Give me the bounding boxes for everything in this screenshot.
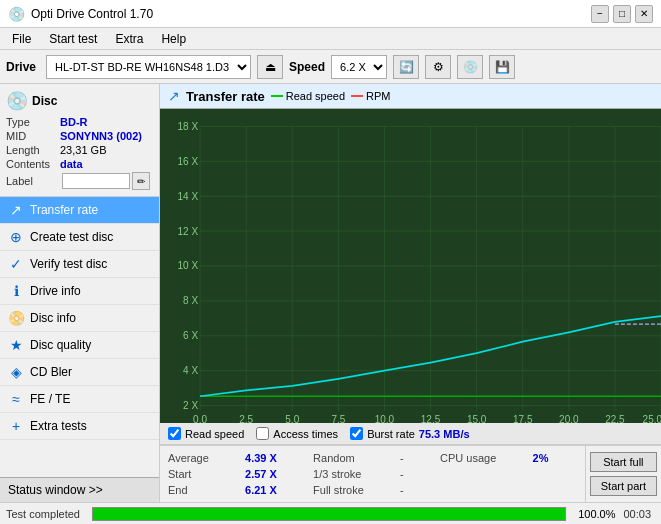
svg-text:16 X: 16 X — [177, 154, 198, 167]
legend-rpm-label: RPM — [366, 90, 390, 102]
speed-label: Speed — [289, 60, 325, 74]
full-stroke-label: Full stroke — [311, 482, 392, 498]
fe-te-icon: ≈ — [8, 391, 24, 407]
save-button[interactable]: 💾 — [489, 55, 515, 79]
maximize-button[interactable]: □ — [613, 5, 631, 23]
read-speed-checkbox[interactable]: Read speed — [168, 427, 244, 440]
svg-text:2 X: 2 X — [183, 398, 198, 411]
burst-rate-checkbox[interactable]: Burst rate 75.3 MB/s — [350, 427, 469, 440]
start-part-button[interactable]: Start part — [590, 476, 657, 496]
empty-stat — [438, 472, 525, 476]
create-test-disc-icon: ⊕ — [8, 229, 24, 245]
random-value: - — [396, 450, 434, 466]
eject-button[interactable]: ⏏ — [257, 55, 283, 79]
average-value: 4.39 X — [241, 450, 307, 466]
content-area: ↗ Transfer rate Read speed RPM — [160, 84, 661, 502]
menu-bar: File Start test Extra Help — [0, 28, 661, 50]
disc-label-edit-button[interactable]: ✏ — [132, 172, 150, 190]
media-button[interactable]: 💿 — [457, 55, 483, 79]
access-times-check-label: Access times — [273, 428, 338, 440]
burst-rate-value: 75.3 MB/s — [419, 428, 470, 440]
verify-test-disc-icon: ✓ — [8, 256, 24, 272]
progress-bar-fill — [93, 508, 565, 520]
disc-contents-value: data — [60, 158, 83, 170]
end-value: 6.21 X — [241, 482, 307, 498]
menu-help[interactable]: Help — [153, 30, 194, 48]
disc-contents-key: Contents — [6, 158, 60, 170]
nav-drive-info[interactable]: ℹ Drive info — [0, 278, 159, 305]
end-label: End — [166, 482, 237, 498]
speed-select[interactable]: 6.2 X — [331, 55, 387, 79]
disc-info-icon: 📀 — [8, 310, 24, 326]
progress-percent: 100.0% — [578, 508, 615, 520]
action-buttons: Start full Start part — [585, 446, 661, 502]
empty-stat2 — [438, 488, 525, 492]
nav-create-test-disc[interactable]: ⊕ Create test disc — [0, 224, 159, 251]
disc-label-key: Label — [6, 175, 60, 187]
svg-text:7.5: 7.5 — [331, 412, 345, 423]
nav-fe-te[interactable]: ≈ FE / TE — [0, 386, 159, 413]
minimize-button[interactable]: − — [591, 5, 609, 23]
nav-verify-test-disc-label: Verify test disc — [30, 257, 107, 271]
svg-text:8 X: 8 X — [183, 294, 198, 307]
disc-mid-key: MID — [6, 130, 60, 142]
status-window-button[interactable]: Status window >> — [0, 477, 159, 502]
drive-info-icon: ℹ — [8, 283, 24, 299]
status-window-label: Status window >> — [8, 483, 103, 497]
nav-disc-quality-label: Disc quality — [30, 338, 91, 352]
menu-file[interactable]: File — [4, 30, 39, 48]
close-button[interactable]: ✕ — [635, 5, 653, 23]
legend-read-speed: Read speed — [271, 90, 345, 102]
nav-disc-info[interactable]: 📀 Disc info — [0, 305, 159, 332]
disc-quality-icon: ★ — [8, 337, 24, 353]
burst-rate-check-label: Burst rate — [367, 428, 415, 440]
transfer-rate-chart: 18 X 16 X 14 X 12 X 10 X 8 X 6 X 4 X 2 X… — [160, 109, 661, 423]
status-time: 00:03 — [623, 508, 651, 520]
svg-text:4 X: 4 X — [183, 363, 198, 376]
disc-mid-row: MID SONYNN3 (002) — [6, 130, 153, 142]
read-speed-check[interactable] — [168, 427, 181, 440]
chart-area[interactable]: 18 X 16 X 14 X 12 X 10 X 8 X 6 X 4 X 2 X… — [160, 109, 661, 423]
disc-contents-row: Contents data — [6, 158, 153, 170]
empty-val2 — [529, 488, 579, 492]
svg-text:12 X: 12 X — [177, 224, 198, 237]
nav-transfer-rate[interactable]: ↗ Transfer rate — [0, 197, 159, 224]
title-bar: 💿 Opti Drive Control 1.70 − □ ✕ — [0, 0, 661, 28]
nav-disc-quality[interactable]: ★ Disc quality — [0, 332, 159, 359]
settings-button[interactable]: ⚙ — [425, 55, 451, 79]
disc-type-key: Type — [6, 116, 60, 128]
nav-transfer-rate-label: Transfer rate — [30, 203, 98, 217]
menu-start-test[interactable]: Start test — [41, 30, 105, 48]
refresh-button[interactable]: 🔄 — [393, 55, 419, 79]
menu-extra[interactable]: Extra — [107, 30, 151, 48]
nav-extra-tests[interactable]: + Extra tests — [0, 413, 159, 440]
svg-text:18 X: 18 X — [177, 119, 198, 132]
access-times-checkbox[interactable]: Access times — [256, 427, 338, 440]
disc-label-input[interactable] — [62, 173, 130, 189]
full-stroke-value: - — [396, 482, 434, 498]
cd-bler-icon: ◈ — [8, 364, 24, 380]
disc-label-row: Label ✏ — [6, 172, 153, 190]
nav-fe-te-label: FE / TE — [30, 392, 70, 406]
svg-text:6 X: 6 X — [183, 329, 198, 342]
nav-verify-test-disc[interactable]: ✓ Verify test disc — [0, 251, 159, 278]
svg-text:2.5: 2.5 — [239, 412, 253, 423]
legend-rpm: RPM — [351, 90, 390, 102]
disc-type-value: BD-R — [60, 116, 88, 128]
burst-rate-check[interactable] — [350, 427, 363, 440]
disc-panel: 💿 Disc Type BD-R MID SONYNN3 (002) Lengt… — [0, 84, 159, 197]
nav-disc-info-label: Disc info — [30, 311, 76, 325]
average-label: Average — [166, 450, 237, 466]
drive-label: Drive — [6, 60, 36, 74]
svg-text:12.5: 12.5 — [421, 412, 440, 423]
nav-cd-bler[interactable]: ◈ CD Bler — [0, 359, 159, 386]
svg-text:10.0: 10.0 — [375, 412, 394, 423]
drive-select[interactable]: HL-DT-ST BD-RE WH16NS48 1.D3 — [46, 55, 251, 79]
start-full-button[interactable]: Start full — [590, 452, 657, 472]
app-title: Opti Drive Control 1.70 — [31, 7, 153, 21]
empty-val — [529, 472, 579, 476]
chart-title: Transfer rate — [186, 89, 265, 104]
nav-cd-bler-label: CD Bler — [30, 365, 72, 379]
disc-mid-value: SONYNN3 (002) — [60, 130, 142, 142]
access-times-check[interactable] — [256, 427, 269, 440]
